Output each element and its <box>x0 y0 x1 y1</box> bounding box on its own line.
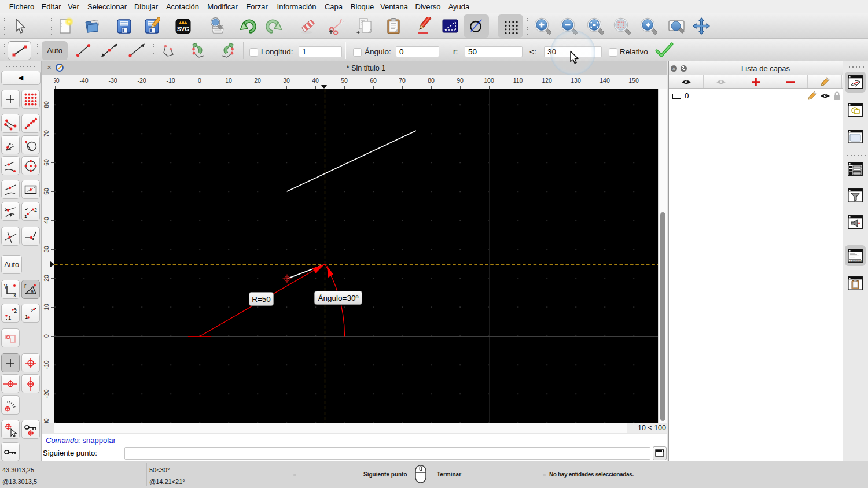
svg-text:SVG: SVG <box>177 26 189 32</box>
svg-text:c command: c command <box>850 260 863 263</box>
svg-text:a: a <box>31 289 34 294</box>
svg-text:y: y <box>4 283 7 289</box>
svg-text:2: 2 <box>31 307 34 313</box>
svg-text:2: 2 <box>34 207 37 213</box>
svg-text:1: 1 <box>8 315 11 321</box>
svg-text:1: 1 <box>24 213 27 219</box>
svg-text:x: x <box>13 292 16 297</box>
svg-text:r: r <box>24 283 27 289</box>
svg-text:1: 1 <box>25 313 28 320</box>
